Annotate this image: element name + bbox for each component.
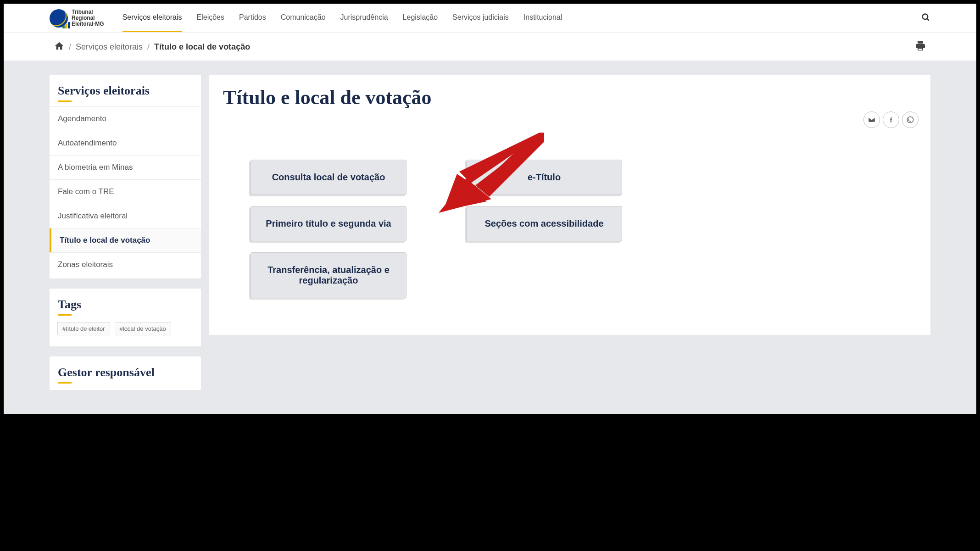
sidebar-services-panel: Serviços eleitorais Agendamento Autoaten…	[50, 75, 201, 278]
tag-titulo-eleitor[interactable]: #título de eleitor	[57, 322, 110, 335]
nav-jurisprudencia[interactable]: Jurisprudência	[340, 4, 388, 32]
share-email-icon[interactable]	[863, 111, 880, 128]
cards-grid: Consulta local de votação e-Título Prime…	[251, 160, 917, 298]
sidebar-item-fale-tre[interactable]: Fale com o TRE	[50, 179, 201, 204]
nav-comunicacao[interactable]: Comunicação	[281, 4, 326, 32]
card-etitulo[interactable]: e-Título	[466, 160, 622, 195]
page-title: Título e local de votação	[223, 86, 917, 109]
nav-servicos-judiciais[interactable]: Serviços judiciais	[452, 4, 509, 32]
sidebar-item-titulo-local[interactable]: Título e local de votação	[50, 228, 201, 252]
sidebar-item-agendamento[interactable]: Agendamento	[50, 106, 201, 131]
sidebar-item-justificativa[interactable]: Justificativa eleitoral	[50, 204, 201, 228]
sidebar-item-zonas[interactable]: Zonas eleitorais	[50, 252, 201, 277]
nav-servicos-eleitorais[interactable]: Serviços eleitorais	[122, 4, 182, 32]
main-content: Título e local de votação f Consulta	[209, 75, 930, 335]
search-icon[interactable]	[921, 13, 930, 24]
breadcrumb: / Serviços eleitorais / Título e local d…	[54, 41, 250, 53]
sidebar-tags-panel: Tags #título de eleitor #local de votaçã…	[50, 289, 201, 346]
sidebar-title: Serviços eleitorais	[50, 75, 201, 106]
breadcrumb-link-servicos[interactable]: Serviços eleitorais	[76, 42, 143, 52]
nav-eleicoes[interactable]: Eleições	[197, 4, 224, 32]
svg-point-3	[923, 14, 928, 19]
logo-text: Tribunal Regional Eleitoral-MG	[72, 9, 104, 28]
site-logo[interactable]: Tribunal Regional Eleitoral-MG	[50, 9, 104, 28]
svg-rect-2	[68, 22, 70, 28]
breadcrumb-home-icon[interactable]	[54, 41, 64, 53]
svg-point-5	[907, 117, 913, 122]
share-whatsapp-icon[interactable]	[902, 111, 919, 128]
top-navbar: Tribunal Regional Eleitoral-MG Serviços …	[4, 4, 976, 33]
card-secoes-acessibilidade[interactable]: Seções com acessibilidade	[466, 206, 622, 241]
share-buttons: f	[863, 111, 919, 128]
nav-legislacao[interactable]: Legislação	[403, 4, 438, 32]
tag-local-votacao[interactable]: #local de votação	[115, 322, 171, 335]
card-primeiro-titulo[interactable]: Primeiro título e segunda via	[251, 206, 406, 241]
print-icon[interactable]	[915, 40, 926, 53]
sidebar: Serviços eleitorais Agendamento Autoaten…	[50, 75, 201, 400]
tags-title: Tags	[50, 289, 201, 320]
breadcrumb-separator: /	[147, 42, 150, 52]
sidebar-item-autoatendimento[interactable]: Autoatendimento	[50, 131, 201, 155]
card-consulta-local[interactable]: Consulta local de votação	[251, 160, 406, 195]
breadcrumb-separator: /	[69, 42, 71, 52]
share-facebook-icon[interactable]: f	[883, 111, 899, 128]
svg-rect-1	[65, 24, 67, 28]
breadcrumb-current: Título e local de votação	[154, 42, 250, 52]
main-nav: Serviços eleitorais Eleições Partidos Co…	[122, 4, 921, 32]
card-transferencia[interactable]: Transferência, atualização e regularizaç…	[251, 252, 406, 298]
logo-icon	[50, 9, 68, 28]
nav-institucional[interactable]: Institucional	[523, 4, 562, 32]
sidebar-manager-panel: Gestor responsável	[50, 356, 201, 390]
breadcrumb-bar: / Serviços eleitorais / Título e local d…	[4, 33, 976, 61]
nav-partidos[interactable]: Partidos	[239, 4, 266, 32]
manager-title: Gestor responsável	[50, 356, 201, 388]
svg-line-4	[927, 18, 929, 20]
svg-rect-0	[62, 26, 65, 28]
sidebar-item-biometria[interactable]: A biometria em Minas	[50, 155, 201, 179]
